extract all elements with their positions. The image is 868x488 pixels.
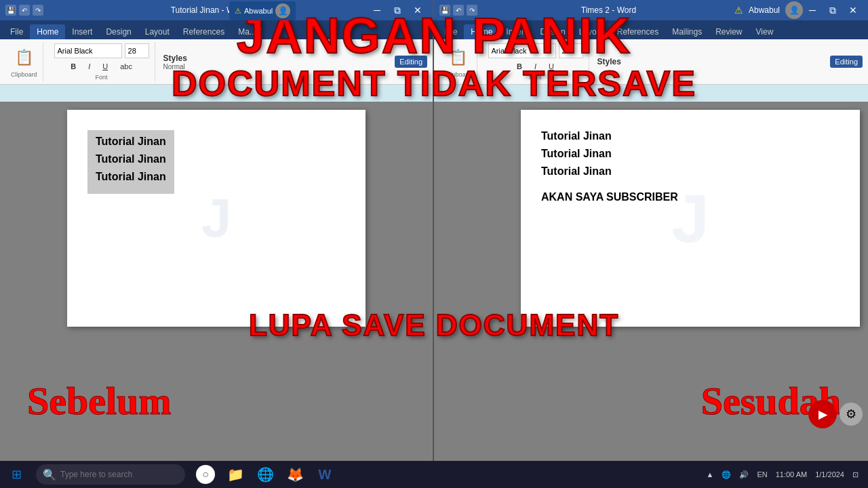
windows-icon: ⊞ [12, 467, 22, 482]
save-icon[interactable]: 💾 [5, 5, 16, 16]
taskbar-word[interactable]: W [311, 461, 338, 488]
font-selector-right[interactable]: Arial Black [488, 43, 556, 58]
tray-volume[interactable]: 🔊 [736, 470, 751, 479]
tray-network[interactable]: 🌐 [719, 470, 734, 479]
doc-line-2-left: Tutorial Jinan [96, 153, 166, 165]
title-bar-left: 💾 ↶ ↷ Tutorial Jinan - Word ─ ⧉ ✕ [0, 0, 433, 20]
doc-page-right: J Tutorial Jinan Tutorial Jinan Tutorial… [521, 110, 860, 327]
redo-icon[interactable]: ↷ [33, 5, 43, 16]
left-window-title: Tutorial Jinan - Word [49, 5, 368, 15]
doc-area-right: J Tutorial Jinan Tutorial Jinan Tutorial… [434, 102, 868, 464]
tab-file-right[interactable]: File [437, 24, 464, 39]
styles-label: Styles [163, 54, 187, 63]
word-window-right: 💾 ↶ ↷ Times 2 - Word ⚠ Abwabul 👤 ─ ⧉ ✕ F… [434, 0, 868, 461]
search-input[interactable] [60, 470, 169, 479]
size-selector-right[interactable] [559, 43, 583, 58]
warning-icon-right: ⚠ [734, 5, 743, 16]
minimize-btn-left[interactable]: ─ [368, 3, 387, 18]
tab-design-left[interactable]: Design [99, 24, 138, 39]
doc-line-1-right: Tutorial Jinan [541, 130, 840, 142]
search-box[interactable]: 🔍 [36, 464, 185, 485]
paste-icon-right: 📋 [449, 49, 467, 66]
tray-notif[interactable]: ⊡ [850, 470, 861, 479]
styles-area-right: Styles [597, 57, 621, 66]
title-bar-icons-right: 💾 ↶ ↷ [439, 5, 477, 16]
close-btn-left[interactable]: ✕ [408, 3, 427, 18]
watermark-left: J [201, 187, 232, 249]
tab-layout-left[interactable]: Layout [138, 24, 176, 39]
editing-badge-right: Editing [830, 56, 863, 68]
tab-view-right[interactable]: View [749, 24, 781, 39]
undo-icon[interactable]: ↶ [19, 5, 30, 16]
restore-btn-right[interactable]: ⧉ [823, 3, 842, 18]
warning-icon-left: ⚠ [235, 7, 241, 16]
taskbar-firefox[interactable]: 🦊 [281, 461, 309, 488]
doc-area-left: J Tutorial Jinan Tutorial Jinan Tutorial… [0, 102, 433, 464]
size-selector-left[interactable]: 28 [125, 43, 149, 58]
paste-btn-right[interactable]: 📋 [446, 45, 470, 70]
tab-insert-left[interactable]: Insert [65, 24, 99, 39]
taskbar-file-explorer[interactable]: 📁 [222, 461, 249, 488]
tab-home-right[interactable]: Home [464, 24, 499, 39]
doc-page-left: J Tutorial Jinan Tutorial Jinan Tutorial… [67, 110, 366, 327]
akan-line-right: AKAN SAYA SUBSCRIBER [541, 191, 840, 203]
ribbon-content-left: 📋 Clipboard Arial Black 28 B I U abc [0, 39, 433, 85]
underline-btn-left[interactable]: U [98, 60, 113, 73]
redo-icon-right[interactable]: ↷ [467, 5, 477, 16]
doc-line-3-left: Tutorial Jinan [96, 171, 166, 183]
font-selector-left[interactable]: Arial Black [54, 43, 122, 58]
tab-layout-right[interactable]: Layout [572, 24, 610, 39]
taskbar-app-icons: ○ 📁 🌐 🦊 W [192, 461, 338, 488]
ribbon-left: File Home Insert Design Layout Reference… [0, 20, 433, 85]
tab-home-left[interactable]: Home [30, 24, 65, 39]
start-button[interactable]: ⊞ [0, 461, 33, 488]
doc-line-1-left: Tutorial Jinan [96, 136, 166, 148]
taskbar-cortana[interactable]: ○ [192, 461, 219, 488]
minimize-btn-right[interactable]: ─ [803, 3, 822, 18]
tray-arrow[interactable]: ▲ [704, 470, 717, 479]
font-label-left: Font [96, 74, 108, 81]
tab-insert-right[interactable]: Insert [499, 24, 533, 39]
tab-file-left[interactable]: File [3, 24, 30, 39]
chrome-icon: 🌐 [257, 466, 274, 483]
light-blue-bar-right [434, 85, 868, 102]
explorer-icon: 📁 [227, 466, 244, 483]
window-controls-left: ─ ⧉ ✕ [368, 3, 427, 18]
tab-review-right[interactable]: Review [709, 24, 749, 39]
undo-icon-right[interactable]: ↶ [453, 5, 464, 16]
cortana-icon: ○ [196, 465, 215, 484]
light-blue-bar-left [0, 85, 433, 102]
taskbar: ⊞ 🔍 ○ 📁 🌐 🦊 W ▲ 🌐 🔊 EN 11:00 AM 1/1/2024… [0, 461, 868, 488]
user-avatar-left: 👤 [275, 3, 290, 18]
ribbon-content-right: 📋 Clipboard Arial Black B I U Font [434, 39, 868, 85]
strikethrough-btn-left[interactable]: abc [115, 60, 137, 73]
bold-btn-left[interactable]: B [66, 60, 81, 73]
tab-design-right[interactable]: Design [533, 24, 572, 39]
italic-btn-left[interactable]: I [83, 60, 95, 73]
tray-lang: EN [754, 470, 770, 479]
bold-btn-right[interactable]: B [512, 60, 527, 73]
window-controls-right: ─ ⧉ ✕ [803, 3, 863, 18]
underline-btn-right[interactable]: U [544, 60, 559, 73]
tab-mailings-left[interactable]: Ma... [231, 24, 263, 39]
close-btn-right[interactable]: ✕ [844, 3, 863, 18]
taskbar-chrome[interactable]: 🌐 [252, 461, 279, 488]
save-icon-right[interactable]: 💾 [439, 5, 450, 16]
right-window-title: Times 2 - Word [483, 5, 734, 15]
styles-label-right: Styles [597, 57, 621, 66]
firefox-icon: 🦊 [287, 466, 304, 483]
paste-icon: 📋 [15, 49, 33, 66]
font-label-right: Font [530, 74, 542, 81]
normal-label: Normal [163, 63, 187, 70]
styles-area-left: Styles Normal [163, 54, 187, 70]
restore-btn-left[interactable]: ⧉ [388, 3, 407, 18]
tab-references-left[interactable]: References [176, 24, 231, 39]
clipboard-label-right: Clipboard [445, 71, 471, 78]
italic-btn-right[interactable]: I [530, 60, 541, 73]
tray-date: 1/1/2024 [812, 470, 847, 479]
paste-btn-left[interactable]: 📋 [12, 45, 36, 70]
selected-block: Tutorial Jinan Tutorial Jinan Tutorial J… [87, 130, 174, 194]
tab-mailings-right[interactable]: Mailings [665, 24, 709, 39]
clipboard-label-left: Clipboard [11, 71, 37, 78]
tab-references-right[interactable]: References [610, 24, 665, 39]
